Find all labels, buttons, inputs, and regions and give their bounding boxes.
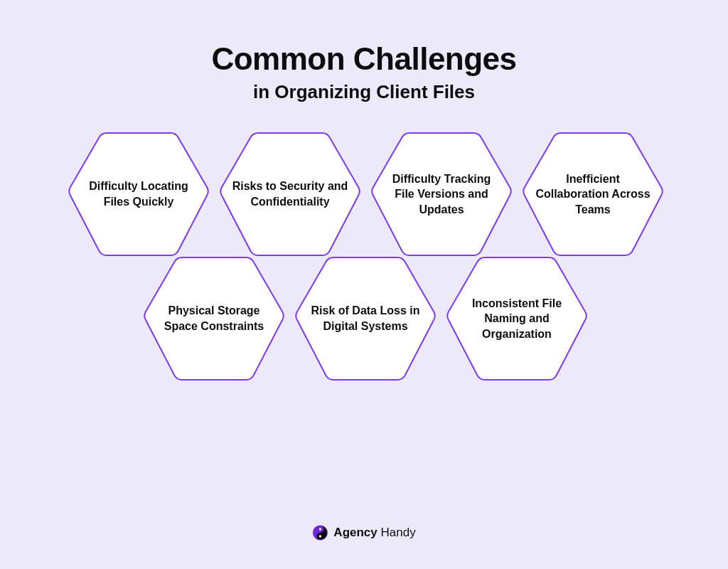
hex-security-risk: Risks to Security and Confidentiality — [216, 129, 364, 260]
hex-data-loss: Risk of Data Loss in Digital Systems — [291, 253, 439, 384]
hex-naming-inconsistent: Inconsistent File Naming and Organizatio… — [443, 253, 591, 384]
hex-label: Difficulty Tracking File Versions and Up… — [368, 171, 515, 218]
brand-name: Agency Handy — [333, 526, 415, 540]
brand-name-bold: Agency — [333, 526, 377, 539]
hex-label: Difficulty Locating Files Quickly — [65, 179, 213, 209]
hex-label: Inefficient Collaboration Across Teams — [519, 171, 667, 218]
diagram-canvas: Common Challenges in Organizing Client F… — [0, 0, 728, 569]
hex-label: Inconsistent File Naming and Organizatio… — [443, 296, 591, 342]
hex-locating-files: Difficulty Locating Files Quickly — [65, 129, 213, 260]
page-title: Common Challenges — [211, 41, 516, 77]
hex-label: Physical Storage Space Constraints — [140, 303, 288, 334]
svg-point-2 — [319, 535, 322, 538]
page-subtitle: in Organizing Client Files — [253, 81, 475, 103]
hex-label: Risk of Data Loss in Digital Systems — [291, 303, 439, 334]
svg-point-1 — [319, 528, 322, 531]
brand-footer: Agency Handy — [312, 525, 415, 541]
hex-label: Risks to Security and Confidentiality — [216, 179, 364, 209]
hexagon-grid: Difficulty Locating Files Quickly Risks … — [0, 129, 728, 569]
brand-logo-icon — [312, 525, 328, 541]
hex-version-tracking: Difficulty Tracking File Versions and Up… — [368, 129, 515, 260]
brand-name-regular: Handy — [378, 526, 416, 539]
hex-physical-storage: Physical Storage Space Constraints — [140, 253, 288, 384]
hex-collaboration: Inefficient Collaboration Across Teams — [519, 129, 667, 260]
